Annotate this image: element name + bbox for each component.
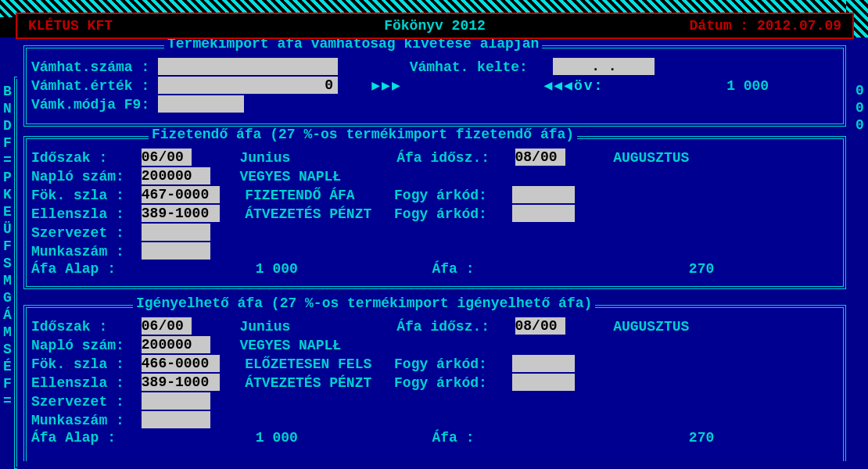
vamk-mod-label: Vámk.módja F9: <box>31 97 149 113</box>
sidebar-char: P <box>3 169 12 186</box>
claimable-fogy-input[interactable] <box>512 355 575 372</box>
claimable-afaidosz-input[interactable]: 08/00 <box>515 317 565 335</box>
payable-idoszak-label: Időszak : <box>31 150 133 166</box>
claimable-fok-label: Fök. szla : <box>31 356 133 372</box>
sidebar-menu: B N D F = P K E Ü F S M G Á M S É F = <box>3 83 12 410</box>
claimable-afa-label: Áfa : <box>432 430 533 446</box>
vamhat-szama-input[interactable] <box>158 58 338 75</box>
payable-fogy2-input[interactable] <box>512 205 575 222</box>
claimable-idoszak-name: Junius <box>239 319 388 335</box>
sidebar-char: K <box>3 186 12 203</box>
payable-fok-name: FIZETENDŐ ÁFA <box>245 188 386 203</box>
claimable-ellen-input[interactable]: 389-1000 <box>142 374 220 391</box>
payable-munkaszam-input[interactable] <box>142 242 210 260</box>
claimable-ellen-label: Ellenszla : <box>31 375 133 391</box>
ov-value: 1 000 <box>612 78 769 94</box>
claimable-szervezet-input[interactable] <box>142 392 210 410</box>
claimable-szervezet-label: Szervezet : <box>31 394 133 410</box>
claimable-afaalap-value: 1 000 <box>142 430 298 446</box>
claimable-naplo-name: VEGYES NAPLŁ <box>239 338 341 353</box>
payable-ellen-label: Ellenszla : <box>31 206 133 222</box>
header-bar: KLÉTUS KFT Fökönyv 2012 Dátum : 2012.07.… <box>16 13 854 39</box>
sidebar-char: D <box>3 117 12 134</box>
claimable-fok-input[interactable]: 466-0000 <box>142 355 220 372</box>
claimable-afaidosz-name: AUGUSZTUS <box>613 319 689 335</box>
payable-naplo-label: Napló szám: <box>31 169 133 184</box>
header-title: Fökönyv 2012 <box>384 18 486 34</box>
payable-afa-value: 270 <box>542 261 714 277</box>
sidebar-char: N <box>3 100 12 117</box>
payable-fok-input[interactable]: 467-0000 <box>142 186 220 203</box>
sidebar-char: E <box>3 203 12 220</box>
payable-ellen-name: ÁTVEZETÉS PÉNZT <box>245 206 386 222</box>
sidebar-char: Á <box>3 306 12 324</box>
sidebar-char: M <box>3 272 12 289</box>
payable-fogy-label: Fogy árkód: <box>394 188 487 203</box>
payable-panel: Fizetendő áfa (27 %-os termékimport fize… <box>23 136 846 289</box>
payable-afaidosz-label: Áfa idősz.: <box>396 150 490 166</box>
payable-naplo-name: VEGYES NAPLŁ <box>239 169 341 184</box>
header-date: Dátum : 2012.07.09 <box>690 18 841 34</box>
sidebar-char: S <box>3 341 12 358</box>
vamhat-ertek-label: Vámhat.érték : <box>31 78 149 94</box>
payable-afaidosz-name: AUGUSZTUS <box>613 150 689 166</box>
claimable-munkaszam-label: Munkaszám : <box>31 413 133 428</box>
payable-fogy-input[interactable] <box>512 186 575 203</box>
payable-ellen-input[interactable]: 389-1000 <box>142 205 220 222</box>
payable-afaalap-value: 1 000 <box>142 261 298 277</box>
claimable-afaalap-label: Áfa Alap : <box>31 430 133 446</box>
payable-idoszak-input[interactable]: 06/00 <box>142 149 192 166</box>
claimable-naplo-input[interactable]: 200000 <box>142 336 210 353</box>
claimable-afa-value: 270 <box>542 430 714 446</box>
claimable-idoszak-input[interactable]: 06/00 <box>142 317 192 335</box>
payable-fogy2-label: Fogy árkód: <box>394 206 487 222</box>
top-panel: Termékimport áfa vámhatóság kivetése ala… <box>23 45 846 127</box>
claimable-fogy2-label: Fogy árkód: <box>394 375 487 391</box>
sidebar-char: G <box>3 289 12 306</box>
right-digit: 0 <box>855 100 864 116</box>
payable-munkaszam-label: Munkaszám : <box>31 244 133 260</box>
vamhat-szama-label: Vámhat.száma : <box>31 59 149 75</box>
claimable-fogy2-input[interactable] <box>512 374 575 391</box>
sidebar-char: S <box>3 255 12 272</box>
vamhat-ertek-input[interactable]: 0 <box>158 77 338 94</box>
sidebar-char: É <box>3 358 12 375</box>
arrows-left-ov: ◀◀◀öv: <box>543 78 604 94</box>
vamhat-kelte-label: Vámhat. kelte: <box>410 59 528 75</box>
right-digit: 0 <box>855 117 864 133</box>
payable-afaalap-label: Áfa Alap : <box>31 261 133 277</box>
claimable-naplo-label: Napló szám: <box>31 338 133 353</box>
sidebar-char: = <box>3 392 12 410</box>
claimable-fogy-label: Fogy árkód: <box>394 356 487 372</box>
sidebar-char: F <box>3 375 12 392</box>
sidebar-char: B <box>3 83 12 100</box>
sidebar-char: F <box>3 134 12 152</box>
payable-szervezet-label: Szervezet : <box>31 225 133 241</box>
payable-idoszak-name: Junius <box>239 150 388 166</box>
payable-fok-label: Fök. szla : <box>31 188 133 203</box>
sidebar-char: M <box>3 324 12 341</box>
right-digit: 0 <box>855 83 864 98</box>
payable-naplo-input[interactable]: 200000 <box>142 167 210 184</box>
sidebar-char: F <box>3 238 12 255</box>
header-company: KLÉTUS KFT <box>28 18 113 34</box>
claimable-munkaszam-input[interactable] <box>142 411 210 428</box>
arrows-right-icon: ▶▶▶ <box>371 78 402 94</box>
claimable-ellen-name: ÁTVEZETÉS PÉNZT <box>245 375 386 391</box>
vamk-mod-input[interactable] <box>158 95 244 113</box>
claimable-idoszak-label: Időszak : <box>31 319 133 335</box>
claimable-afaidosz-label: Áfa idősz.: <box>396 319 490 335</box>
sidebar-char: = <box>3 152 12 169</box>
claimable-fok-name: ELŐZETESEN FELS <box>245 356 386 372</box>
vamhat-kelte-input[interactable]: . . <box>553 58 655 75</box>
claimable-panel: Igényelhető áfa (27 %-os termékimport ig… <box>23 305 846 461</box>
sidebar-char: Ü <box>3 220 12 238</box>
panel-title-payable: Fizetendő áfa (27 %-os termékimport fize… <box>149 127 577 142</box>
payable-afa-label: Áfa : <box>432 261 533 277</box>
payable-szervezet-input[interactable] <box>142 224 210 241</box>
panel-title-claimable: Igényelhető áfa (27 %-os termékimport ig… <box>133 295 595 311</box>
payable-afaidosz-input[interactable]: 08/00 <box>515 149 565 166</box>
